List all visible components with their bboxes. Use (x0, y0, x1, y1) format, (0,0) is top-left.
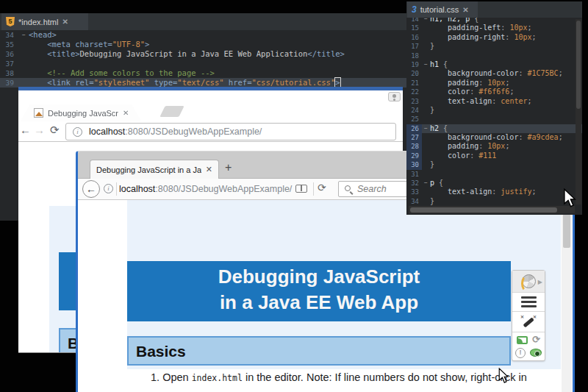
css-code-area[interactable]: 14−h1, h2, p {15 padding-left: 10px;16 p… (406, 15, 582, 206)
code-line[interactable]: 29 color: #111 (406, 152, 582, 160)
issues-icon[interactable]: ! (515, 348, 526, 358)
reload-button[interactable]: ⟳ (50, 124, 60, 137)
inspect-mode-button[interactable]: ✕✕ (512, 312, 545, 332)
netbeans-menu-button[interactable]: ▶ (512, 271, 545, 293)
code-line[interactable]: 37 (0, 59, 409, 68)
code-line[interactable]: 33 text-align: justify; (406, 188, 582, 196)
fold-collapse-icon[interactable]: − (422, 62, 430, 68)
scrollbar[interactable]: ▲ (562, 200, 572, 392)
line-number: 38 (0, 68, 19, 78)
code-line[interactable]: 21 padding: 10px; (406, 79, 582, 88)
address-bar[interactable]: i localhost:8080/JSDebugWebAppExample/ (65, 123, 396, 140)
new-tab-button[interactable]: + (225, 161, 232, 174)
code-text: } (430, 197, 434, 206)
basics-heading: Basics (127, 336, 511, 366)
code-text: padding: 10px; (430, 142, 509, 151)
code-line[interactable]: 16 padding-right: 10px; (406, 33, 582, 42)
close-icon[interactable]: ✕ (123, 109, 129, 117)
line-number: 22 (406, 88, 422, 96)
code-line[interactable]: 31 (406, 170, 582, 179)
line-number: 34 (0, 30, 19, 40)
firefox-tab[interactable]: Debugging JavaScript in a Java... ✕ (90, 160, 219, 179)
url-path: :8080/JSDebugWebAppExample/ (125, 126, 262, 137)
code-line[interactable]: 30} (406, 160, 582, 169)
reload-icon[interactable]: ⟳ (532, 335, 540, 345)
tab-index-html[interactable]: 5 *index.html ✕ (1, 13, 88, 30)
back-button[interactable]: ← (82, 180, 100, 198)
page-info-icon[interactable]: i (73, 127, 82, 137)
code-line[interactable]: 24} (406, 106, 582, 115)
scrollbar-thumb[interactable] (410, 207, 557, 213)
page-info-icon[interactable]: i (104, 184, 113, 193)
menu-button[interactable] (512, 293, 545, 312)
chrome-tab-title: Debugging JavaScript in (48, 109, 118, 118)
fold-collapse-icon[interactable]: − (19, 32, 29, 38)
forward-button: → (34, 124, 45, 136)
search-placeholder: Search (357, 184, 387, 194)
back-button[interactable]: ← (20, 124, 31, 136)
code-text: p { (430, 179, 443, 188)
cast-screen-icon[interactable] (517, 336, 528, 344)
tab-tutorial-css[interactable]: 3 tutorial.css ✕ (407, 1, 478, 18)
line-number: 17 (406, 42, 422, 51)
close-icon[interactable]: ✕ (206, 165, 212, 174)
horizontal-scrollbar[interactable] (409, 206, 575, 213)
code-line[interactable]: 32−p { (406, 179, 582, 188)
fold-collapse-icon[interactable]: − (422, 126, 430, 132)
visibility-eye-icon[interactable] (530, 349, 542, 357)
code-text: text-align: center; (430, 97, 532, 106)
code-line[interactable]: 15 padding-left: 10px; (406, 24, 582, 32)
scrollbar-thumb[interactable] (563, 214, 570, 248)
chrome-navbar: ← → ⟳ i localhost:8080/JSDebugWebAppExam… (18, 121, 403, 142)
code-line[interactable]: 25 (406, 115, 582, 124)
code-text: background-color: #a9cdea; (430, 133, 563, 142)
code-line[interactable]: 20 background-color: #1C75BC; (406, 69, 582, 78)
line-number: 31 (406, 170, 422, 179)
line-number: 26 (406, 124, 422, 133)
line-number: 24 (406, 106, 422, 115)
close-icon[interactable]: ✕ (462, 6, 468, 14)
reader-mode-icon[interactable] (295, 185, 307, 193)
code-line[interactable]: 18 (406, 51, 582, 60)
code-line[interactable]: 38 <!-- Add some colors to the page --> (0, 68, 409, 78)
code-line[interactable]: 19−h1 { (406, 60, 582, 69)
code-line[interactable]: 35 <meta charset="UTF-8"> (0, 40, 409, 49)
line-number: 30 (406, 160, 422, 169)
tab-label: *index.html (18, 18, 58, 26)
close-icon[interactable]: ✕ (62, 18, 68, 26)
page-title-line2: in a Java EE Web App (127, 290, 511, 316)
line-number: 29 (406, 152, 422, 160)
firefox-tab-title: Debugging JavaScript in a Java... (96, 165, 201, 174)
new-tab-button[interactable] (159, 106, 184, 117)
scrollbar-thumb[interactable] (576, 21, 581, 109)
code-line[interactable]: 27 background-color: #a9cdea; (406, 133, 582, 142)
code-line[interactable]: 28 padding: 10px; (406, 142, 582, 151)
chrome-tab[interactable]: Debugging JavaScript in ✕ (21, 104, 141, 121)
reload-button[interactable]: ⟳ (318, 182, 326, 193)
vertical-scrollbar[interactable] (576, 19, 581, 204)
connector-status-grid: ⟳ ! (512, 332, 545, 360)
line-number: 25 (406, 115, 422, 124)
line-number: 28 (406, 142, 422, 151)
divider (313, 182, 314, 196)
code-text: h1 { (430, 60, 448, 69)
code-line[interactable]: 34} (406, 197, 582, 206)
code-line[interactable]: 23 text-align: center; (406, 97, 582, 106)
editor-tabbar: 5 *index.html ✕ (0, 13, 409, 30)
code-line[interactable]: 36 <title>Debugging JavaScript in a Java… (0, 49, 409, 59)
line-number: 34 (406, 197, 422, 206)
html-code-area[interactable]: 34−<head>35 <meta charset="UTF-8">36 <ti… (0, 30, 409, 88)
page-title-line1: Debugging JavaScript (127, 264, 511, 290)
html5-file-icon: 5 (6, 17, 15, 26)
code-line[interactable]: 22 color: #f6f6f6; (406, 88, 582, 96)
line-number: 27 (406, 133, 422, 142)
fold-collapse-icon[interactable]: − (422, 180, 430, 186)
code-line[interactable]: 26−h2 { (406, 124, 582, 133)
profile-avatar-icon[interactable] (388, 92, 401, 101)
code-line[interactable]: 17} (406, 42, 582, 51)
netbeans-logo-icon (522, 274, 536, 288)
hamburger-icon (521, 294, 537, 310)
favicon-image-icon (34, 108, 43, 118)
code-line[interactable]: 34−<head> (0, 30, 409, 40)
address-bar[interactable]: localhost:8080/JSDebugWebAppExample/ (119, 183, 292, 194)
